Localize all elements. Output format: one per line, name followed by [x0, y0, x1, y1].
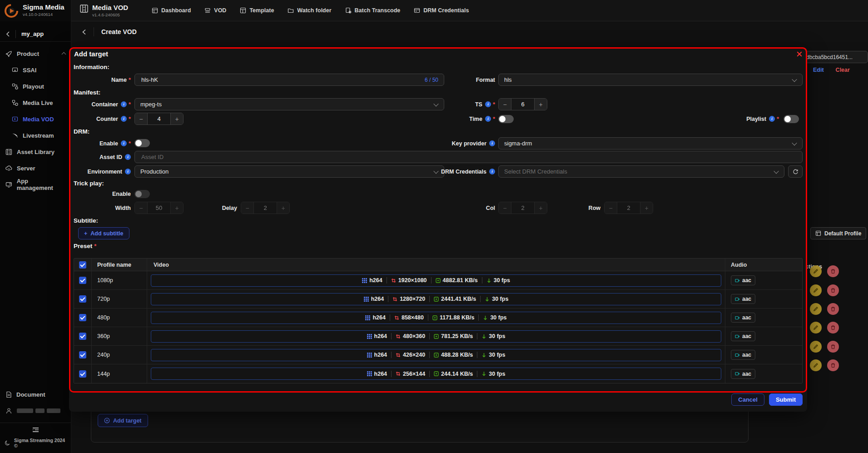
- app-name[interactable]: my_app: [15, 30, 44, 38]
- sidebar-item-asset-library[interactable]: Asset Library: [0, 144, 71, 160]
- drm-credentials-select[interactable]: Select DRM Credentials: [498, 165, 784, 178]
- audio-settings-pill[interactable]: aac: [731, 331, 755, 341]
- counter-value[interactable]: 4: [147, 113, 171, 124]
- row-checkbox[interactable]: [79, 314, 86, 321]
- video-settings-pill[interactable]: h264 480×360 781.25 KB/s 30 fps: [151, 330, 721, 343]
- delete-row-button[interactable]: [827, 359, 839, 371]
- increment-button[interactable]: +: [535, 99, 547, 110]
- sidebar-item-livestream[interactable]: Livestream: [0, 127, 71, 144]
- row-checkbox[interactable]: [79, 351, 86, 358]
- trash-icon: [830, 325, 836, 330]
- time-toggle[interactable]: [498, 115, 514, 123]
- video-settings-pill[interactable]: h264 858×480 1171.88 KB/s 30 fps: [151, 312, 721, 324]
- width-value[interactable]: 50: [147, 202, 171, 214]
- back-icon[interactable]: [5, 31, 11, 37]
- name-input[interactable]: [140, 76, 421, 84]
- delay-value[interactable]: 2: [253, 202, 277, 214]
- row-value[interactable]: 2: [617, 202, 640, 214]
- add-target-button[interactable]: Add target: [98, 414, 148, 427]
- audio-settings-pill[interactable]: aac: [731, 275, 755, 285]
- watch-folder-icon: [288, 7, 294, 14]
- increment-button[interactable]: +: [171, 113, 183, 124]
- row-checkbox[interactable]: [79, 370, 86, 378]
- trick-col-label: Col: [452, 202, 495, 214]
- sidebar-item-document[interactable]: Document: [0, 386, 71, 403]
- key-provider-label: Key provider: [396, 137, 495, 149]
- video-settings-pill[interactable]: h264 1280×720 2441.41 KB/s 30 fps: [151, 293, 721, 305]
- sidebar-item-server[interactable]: Server: [0, 160, 71, 176]
- increment-button[interactable]: +: [640, 202, 653, 214]
- sidebar-item-app-management[interactable]: App management: [0, 176, 71, 193]
- sidebar-item-playout[interactable]: Playout: [0, 78, 71, 95]
- media-vod-icon: [12, 116, 18, 122]
- sidebar-item-media-live[interactable]: Media Live: [0, 95, 71, 111]
- video-settings-pill[interactable]: h264 256×144 244.14 KB/s 30 fps: [151, 368, 721, 380]
- audio-settings-pill[interactable]: aac: [731, 313, 755, 323]
- sidebar-item-label: Server: [17, 165, 35, 172]
- close-icon[interactable]: [796, 51, 803, 57]
- info-icon: [121, 116, 127, 122]
- decrement-button[interactable]: −: [605, 202, 617, 214]
- nav-watch-folder[interactable]: Watch folder: [288, 7, 331, 14]
- edit-row-button[interactable]: [810, 341, 822, 353]
- decrement-button[interactable]: −: [499, 202, 511, 214]
- video-settings-pill[interactable]: h264 426×240 488.28 KB/s 30 fps: [151, 349, 721, 361]
- cancel-button[interactable]: Cancel: [731, 393, 764, 406]
- key-provider-select[interactable]: sigma-drm: [498, 137, 803, 149]
- decrement-button[interactable]: −: [135, 202, 147, 214]
- asset-id-label: Asset ID: [74, 151, 131, 163]
- audio-settings-pill[interactable]: aac: [731, 294, 755, 304]
- format-select[interactable]: hls: [498, 74, 803, 86]
- delete-row-button[interactable]: [827, 341, 839, 353]
- nav-template[interactable]: Template: [240, 7, 274, 14]
- select-all-checkbox[interactable]: [79, 261, 86, 269]
- sidebar-item-ssai[interactable]: SSAI: [0, 62, 71, 78]
- submit-button[interactable]: Submit: [769, 393, 803, 406]
- clear-link[interactable]: Clear: [836, 67, 850, 73]
- edit-row-button[interactable]: [810, 359, 822, 371]
- audio-settings-pill[interactable]: aac: [731, 369, 755, 379]
- dark-mode-moon-icon[interactable]: [5, 440, 10, 446]
- decrement-button[interactable]: −: [499, 99, 511, 110]
- row-checkbox[interactable]: [79, 333, 86, 340]
- delete-row-button[interactable]: [827, 265, 839, 277]
- back-icon[interactable]: [81, 29, 87, 35]
- audio-settings-pill[interactable]: aac: [731, 350, 755, 360]
- nav-vod[interactable]: VOD: [204, 7, 226, 14]
- row-checkbox[interactable]: [79, 277, 86, 284]
- edit-row-button[interactable]: [810, 284, 822, 296]
- row-checkbox[interactable]: [79, 295, 86, 303]
- asset-id-input[interactable]: [140, 153, 797, 161]
- drm-enable-toggle[interactable]: [134, 139, 150, 147]
- col-value[interactable]: 2: [511, 202, 535, 214]
- nav-batch-transcode[interactable]: Batch Transcode: [345, 7, 401, 14]
- increment-button[interactable]: +: [171, 202, 183, 214]
- trick-enable-toggle[interactable]: [134, 190, 150, 198]
- user-row[interactable]: [0, 403, 71, 419]
- nav-drm-credentials[interactable]: DRM Credentials: [414, 7, 469, 14]
- default-profile-button[interactable]: Default Profile: [810, 227, 866, 239]
- increment-button[interactable]: +: [535, 202, 547, 214]
- delete-row-button[interactable]: [827, 322, 839, 334]
- edit-row-button[interactable]: [810, 303, 822, 315]
- ts-value[interactable]: 6: [511, 99, 535, 110]
- add-subtitle-button[interactable]: + Add subtitle: [78, 227, 129, 239]
- video-settings-pill[interactable]: h264 1920×1080 4882.81 KB/s 30 fps: [151, 274, 721, 287]
- playlist-toggle[interactable]: [784, 115, 799, 123]
- decrement-button[interactable]: −: [135, 113, 147, 124]
- edit-row-button[interactable]: [810, 322, 822, 334]
- refresh-button[interactable]: [788, 165, 803, 178]
- sidebar-item-media-vod[interactable]: Media VOD: [0, 111, 71, 127]
- edit-row-button[interactable]: [810, 265, 822, 277]
- delete-row-button[interactable]: [827, 284, 839, 296]
- decrement-button[interactable]: −: [241, 202, 253, 214]
- delete-row-button[interactable]: [827, 303, 839, 315]
- increment-button[interactable]: +: [277, 202, 289, 214]
- collapse-menu-icon[interactable]: [32, 427, 40, 433]
- profile-name: 480p: [91, 309, 147, 327]
- sidebar-item-product[interactable]: Product: [0, 45, 71, 62]
- ts-label: TS: [396, 98, 495, 110]
- background-asset-id-field[interactable]: dbcba5bcd16451...: [804, 51, 868, 63]
- nav-dashboard[interactable]: Dashboard: [152, 7, 191, 14]
- edit-link[interactable]: Edit: [813, 67, 824, 73]
